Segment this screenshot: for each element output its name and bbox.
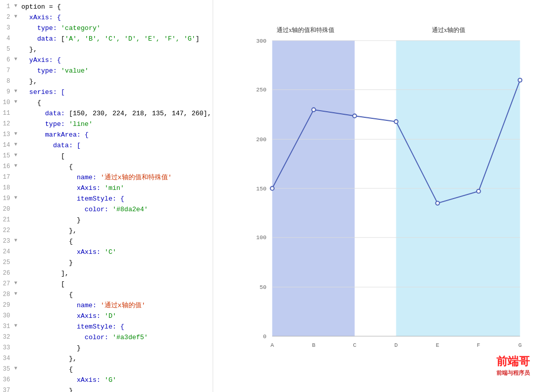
line-content: data: [ <box>21 141 209 151</box>
line-number: 22 <box>0 226 14 236</box>
code-line: 2▼ xAxis: { <box>0 13 213 23</box>
line-number: 32 <box>0 333 14 342</box>
token: 'category' <box>61 24 100 32</box>
x-label-C: C <box>353 342 356 348</box>
code-line: 18 xAxis: 'min' <box>0 183 213 194</box>
line-number: 12 <box>0 119 14 129</box>
token: itemStyle: { <box>77 323 124 331</box>
line-content: name: '通过x轴的值和特殊值' <box>21 173 209 183</box>
line-content: name: '通过x轴的值' <box>21 301 209 311</box>
y-label-50: 50 <box>260 284 267 290</box>
line-content: { <box>21 290 209 301</box>
chart-title1: 通过x轴的值和特殊值 <box>277 26 334 34</box>
line-arrow: ▼ <box>14 194 21 202</box>
code-line: 33 } <box>0 343 213 354</box>
line-arrow: ▼ <box>14 162 21 170</box>
token: option = { <box>21 3 61 11</box>
line-arrow: ▼ <box>14 322 21 330</box>
token: color: <box>85 334 113 341</box>
code-line: 31▼ itemStyle: { <box>0 322 213 333</box>
code-line: 16▼ { <box>0 162 213 173</box>
line-content: type: 'line' <box>21 119 209 130</box>
line-content: type: 'category' <box>21 23 209 34</box>
code-line: 37 } <box>0 386 213 392</box>
token: color: <box>85 206 113 213</box>
y-label-150: 150 <box>256 186 267 192</box>
token: itemStyle: { <box>77 195 124 203</box>
point-A <box>271 186 275 190</box>
code-line: 20 color: '#8da2e4' <box>0 205 213 215</box>
line-content: } <box>21 386 209 392</box>
line-content: yAxis: { <box>21 55 209 66</box>
x-label-D: D <box>394 342 398 348</box>
line-content: xAxis: 'D' <box>21 311 209 322</box>
line-content: } <box>21 343 209 354</box>
line-number: 4 <box>0 34 14 44</box>
token: yAxis: { <box>29 56 61 64</box>
token: [ <box>61 280 65 288</box>
token: type: <box>45 120 69 128</box>
token: [150, 230, 224, 218, 135, 147, 260], <box>69 110 212 117</box>
line-content: [ <box>21 279 209 290</box>
code-line: 13▼ markArea: { <box>0 130 213 141</box>
line-arrow: ▼ <box>14 98 21 106</box>
code-line: 17 name: '通过x轴的值和特殊值' <box>0 173 213 183</box>
code-line: 23▼ { <box>0 237 213 247</box>
token: name: <box>77 302 100 309</box>
line-number: 25 <box>0 258 14 268</box>
chart-title2: 通过x轴的值 <box>432 26 465 34</box>
line-number: 3 <box>0 23 14 33</box>
code-line: 10▼ { <box>0 98 213 109</box>
line-content: xAxis: { <box>21 13 209 23</box>
line-number: 30 <box>0 311 14 321</box>
token: '#a3def5' <box>112 334 148 341</box>
point-B <box>312 108 316 112</box>
y-label-250: 250 <box>256 87 267 93</box>
token: 'line' <box>69 120 93 128</box>
token: data: <box>37 35 61 43</box>
token: { <box>69 291 73 299</box>
line-number: 7 <box>0 66 14 76</box>
code-line: 27▼ [ <box>0 279 213 290</box>
chart-svg: 通过x轴的值和特殊值 通过x轴的值 300 250 200 150 100 50… <box>244 10 525 367</box>
token: xAxis: <box>77 248 105 256</box>
line-content: option = { <box>21 2 209 13</box>
line-number: 34 <box>0 354 14 364</box>
chart-panel: 通过x轴的值和特殊值 通过x轴的值 300 250 200 150 100 50… <box>213 0 540 392</box>
line-number: 19 <box>0 194 14 204</box>
line-number: 36 <box>0 375 14 385</box>
line-content: } <box>21 215 209 226</box>
token: xAxis: { <box>29 14 61 21</box>
line-content: }, <box>21 77 209 87</box>
line-content: { <box>21 237 209 247</box>
line-number: 9 <box>0 87 14 97</box>
token: '#8da2e4' <box>112 206 148 213</box>
code-editor: 1▼option = {2▼ xAxis: {3 type: 'category… <box>0 0 213 392</box>
watermark: 前端哥 前端与程序员 <box>496 354 530 377</box>
line-number: 28 <box>0 290 14 300</box>
token: markArea: { <box>45 131 89 139</box>
y-label-0: 0 <box>263 334 266 340</box>
line-arrow: ▼ <box>14 87 21 95</box>
line-content: } <box>21 258 209 269</box>
code-line: 26 ], <box>0 269 213 279</box>
token: } <box>69 387 73 392</box>
line-number: 29 <box>0 301 14 310</box>
line-arrow: ▼ <box>14 365 21 373</box>
line-arrow: ▼ <box>14 55 21 63</box>
token: '通过x轴的值和特殊值' <box>100 174 172 181</box>
code-line: 36 xAxis: 'G' <box>0 375 213 386</box>
point-E <box>435 201 440 205</box>
code-line: 25 } <box>0 258 213 269</box>
line-content: xAxis: 'C' <box>21 247 209 258</box>
token: data: <box>45 110 69 117</box>
line-content: color: '#a3def5' <box>21 333 209 343</box>
line-arrow: ▼ <box>14 279 21 287</box>
code-line: 14▼ data: [ <box>0 141 213 151</box>
token: xAxis: <box>77 312 105 320</box>
token: { <box>69 238 73 245</box>
code-line: 28▼ { <box>0 290 213 301</box>
token: ] <box>195 35 199 43</box>
code-line: 11 data: [150, 230, 224, 218, 135, 147, … <box>0 109 213 119</box>
token: data: [ <box>53 142 81 149</box>
